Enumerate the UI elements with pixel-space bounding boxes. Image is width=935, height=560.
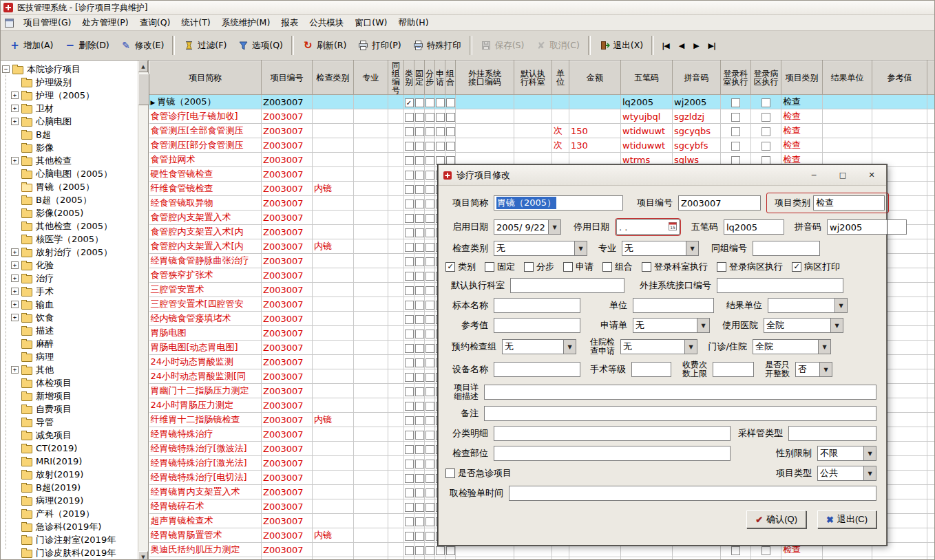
checkbox[interactable] — [426, 286, 434, 295]
cell-group-no[interactable] — [388, 398, 404, 413]
cell-group-no[interactable] — [388, 182, 404, 196]
cell-cb-combine[interactable] — [445, 138, 456, 153]
cell-cb-type[interactable] — [404, 109, 414, 124]
cell-filler[interactable] — [927, 138, 935, 153]
cell-code[interactable]: Z003007 — [262, 514, 313, 528]
cell-filler[interactable] — [927, 355, 935, 369]
cell-cb-fixed[interactable] — [414, 485, 425, 499]
cell-wubi[interactable]: wtyujbql — [621, 109, 673, 124]
checkbox[interactable] — [426, 546, 434, 555]
cell-specialty[interactable] — [354, 225, 388, 239]
exam-type-select[interactable]: 无▼ — [494, 241, 587, 256]
hospital-select[interactable]: 全院▼ — [764, 318, 843, 333]
cell-cb-fixed[interactable] — [414, 514, 425, 528]
cell-cb-fixed[interactable] — [414, 182, 425, 196]
cell-name[interactable]: 纤维食管镜检查 — [149, 182, 262, 196]
add-button[interactable]: +增加(A) — [3, 34, 59, 57]
tree-item[interactable]: +放射治疗（2005） — [1, 246, 138, 259]
cell-wubi[interactable]: wtidwuwt — [621, 124, 673, 138]
cell-cb-combine[interactable] — [445, 557, 456, 560]
menu-item[interactable]: 统计(T) — [176, 16, 216, 30]
cell-group-no[interactable] — [388, 557, 404, 560]
cell-cb-step[interactable] — [425, 456, 435, 471]
cell-code[interactable]: Z003007 — [262, 109, 313, 124]
cell-specialty[interactable] — [354, 182, 388, 196]
tree-item[interactable]: 病理 — [1, 350, 138, 363]
expand-icon[interactable]: + — [11, 314, 19, 321]
checkbox[interactable] — [415, 200, 424, 208]
cell-specialty[interactable] — [354, 398, 388, 413]
cell-name[interactable]: 经食管镜取异物 — [149, 196, 262, 211]
cell-cb-step[interactable] — [425, 124, 435, 138]
cell-specialty[interactable] — [354, 297, 388, 312]
cell-cb-step[interactable] — [425, 485, 435, 499]
cell-code[interactable]: Z003007 — [262, 341, 313, 355]
cell-group-no[interactable] — [388, 153, 404, 167]
cell-exam-type[interactable] — [313, 557, 354, 560]
tree-item[interactable]: +护理（2005） — [1, 89, 138, 102]
cell-category[interactable]: 检查 — [781, 124, 823, 138]
item-type-select[interactable]: 公共▼ — [817, 466, 876, 481]
cell-specialty[interactable] — [354, 239, 388, 254]
cell-group-no[interactable] — [388, 225, 404, 239]
cell-cb-type[interactable] — [404, 427, 414, 442]
checkbox[interactable] — [426, 171, 434, 180]
cell-filler[interactable] — [927, 225, 935, 239]
cell-code[interactable]: Z003007 — [262, 196, 313, 211]
cell-cb-request[interactable] — [435, 557, 445, 560]
cell-cb-type[interactable] — [404, 297, 414, 312]
class-detail-input[interactable] — [494, 426, 731, 441]
cell-cb-type[interactable] — [404, 413, 414, 427]
remark-input[interactable] — [484, 406, 876, 421]
emergency-checkbox[interactable]: 是否急诊项目 — [445, 467, 512, 480]
cell-cb-step[interactable] — [425, 254, 435, 268]
cell-specialty[interactable] — [354, 471, 388, 485]
cell-filler[interactable] — [927, 543, 935, 557]
cell-name[interactable]: 经胃镜特殊治疗[激光法] — [149, 456, 262, 471]
tree-item[interactable]: −本院诊疗项目 — [1, 63, 138, 76]
tree-item[interactable]: 急诊科(2019年) — [1, 520, 138, 533]
cell-pinyin[interactable] — [673, 557, 721, 560]
default-dept-input[interactable] — [510, 278, 624, 293]
cell-result-unit[interactable] — [823, 138, 872, 153]
cell-name[interactable]: 胃肠电图[动态胃电图] — [149, 341, 262, 355]
cell-category[interactable]: 检查 — [781, 557, 823, 560]
cell-code[interactable]: Z003007 — [262, 499, 313, 514]
wubi-input[interactable]: lq2005 — [724, 219, 784, 235]
cell-name[interactable]: 食管腔内支架置入术[内 — [149, 225, 262, 239]
cell-exam-type[interactable]: 内镜 — [313, 182, 354, 196]
cell-unit[interactable] — [552, 95, 569, 109]
cell-cb-step[interactable] — [425, 138, 435, 153]
cell-specialty[interactable] — [354, 268, 388, 283]
cell-name[interactable]: 24小时胃肠压力测定 — [149, 398, 262, 413]
cell-cb-step[interactable] — [425, 355, 435, 369]
cell-code[interactable]: Z003007 — [262, 543, 313, 557]
cell-specialty[interactable] — [354, 312, 388, 326]
menu-item[interactable]: 帮助(H) — [392, 16, 434, 30]
cell-name[interactable]: 经胃镜碎石术 — [149, 499, 262, 514]
cell-cb-fixed[interactable] — [414, 153, 425, 167]
cell-specialty[interactable] — [354, 341, 388, 355]
cell-cb-type[interactable] — [404, 384, 414, 398]
cell-code[interactable]: Z003007 — [262, 283, 313, 297]
menu-item[interactable]: 报表 — [275, 16, 304, 30]
cell-exam-type[interactable] — [313, 268, 354, 283]
cell-name[interactable]: 超声胃镜检查术 — [149, 514, 262, 528]
tree-item[interactable]: B超 — [1, 128, 138, 141]
cell-specialty[interactable] — [354, 427, 388, 442]
cell-filler[interactable] — [927, 413, 935, 427]
cell-cb-type[interactable] — [404, 138, 414, 153]
cell-code[interactable]: Z003007 — [262, 138, 313, 153]
cell-filler[interactable] — [927, 326, 935, 341]
cell-specialty[interactable] — [354, 369, 388, 384]
print-button[interactable]: 打印(P) — [352, 34, 406, 57]
cell-group-no[interactable] — [388, 384, 404, 398]
checkbox[interactable] — [405, 142, 414, 151]
checkbox[interactable] — [426, 460, 434, 469]
checkbox[interactable] — [761, 142, 770, 151]
cell-code[interactable]: Z003007 — [262, 182, 313, 196]
cell-exam-type[interactable]: 内镜 — [313, 528, 354, 543]
minimize-button[interactable]: ─ — [799, 165, 828, 185]
cell-group-no[interactable] — [388, 413, 404, 427]
checkbox[interactable] — [426, 301, 434, 310]
